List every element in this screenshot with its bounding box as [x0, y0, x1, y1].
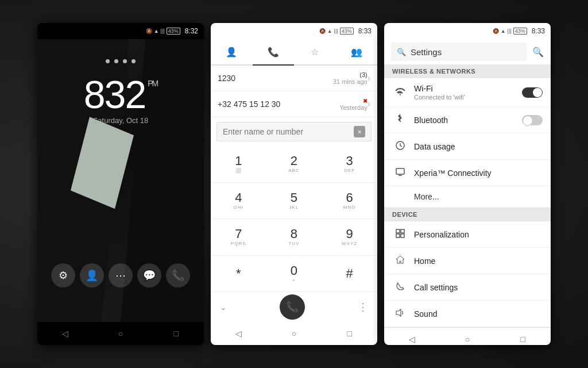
recents-button-dialer[interactable]: □	[338, 325, 361, 342]
home-button-settings[interactable]: ○	[456, 331, 479, 346]
wifi-toggle-on[interactable]	[522, 87, 543, 98]
key-4-main: 4	[235, 191, 242, 204]
key-8[interactable]: 8 TUV	[266, 219, 322, 256]
wifi-toggle[interactable]	[522, 87, 543, 98]
xperia-text: Xperia™ Connectivity	[414, 168, 543, 178]
section-device: DEVICE	[384, 208, 551, 221]
key-2-main: 2	[291, 155, 297, 167]
settings-search-bar[interactable]: 🔍 Settings	[391, 43, 527, 61]
dialer-input-row: ✕	[216, 122, 372, 141]
recents-button-lock[interactable]: □	[165, 325, 188, 342]
dialer-clear-button[interactable]: ✕	[354, 126, 365, 137]
key-6[interactable]: 6 MNO	[322, 183, 377, 220]
svg-rect-4	[396, 234, 400, 237]
keypad: 1 ⬜ 2 ABC 3 DEF 4 GHI 5 JKL 6 MNO	[211, 146, 377, 292]
recents-button-settings[interactable]: □	[512, 331, 535, 346]
nav-bar-lock: ◁ ○ □	[37, 322, 204, 345]
svg-rect-2	[396, 229, 400, 233]
contacts-shortcut[interactable]: 👤	[80, 263, 104, 288]
bluetooth-toggle-off[interactable]	[522, 115, 543, 125]
mute-icon-s: 🔕	[493, 28, 499, 34]
settings-data-usage[interactable]: Data usage	[384, 133, 551, 160]
phone-lockscreen: 🔕 ▲ ||| 43% 8:32 832 PM Saturday, Oct 18	[37, 23, 204, 345]
call-button[interactable]: 📞	[280, 294, 305, 320]
key-star-main: *	[236, 267, 241, 280]
key-7[interactable]: 7 PQRS	[211, 219, 266, 256]
expand-icon[interactable]: ⌄	[220, 302, 227, 312]
tab-contacts[interactable]: 👤	[211, 39, 253, 64]
home-button-dialer[interactable]: ○	[283, 325, 305, 342]
key-2-sub: ABC	[288, 168, 299, 173]
nav-bar-dialer: ◁ ○ □	[211, 322, 377, 345]
phone-settings: 🔕 ▲ ||| 43% 8:33 🔍 Settings 🔍 WIRELESS &…	[384, 23, 551, 345]
search-button-settings[interactable]: 🔍	[532, 47, 544, 57]
tab-phone[interactable]: 📞	[253, 39, 295, 64]
key-5[interactable]: 5 JKL	[266, 183, 322, 220]
bluetooth-toggle[interactable]	[522, 115, 543, 125]
lockscreen-body: 832 PM Saturday, Oct 18 ⚙ 👤 ⋯ 💬 📞	[37, 39, 204, 322]
apps-shortcut[interactable]: ⋯	[109, 263, 133, 288]
key-8-sub: TUV	[288, 241, 299, 246]
more-options-button[interactable]: ⋮	[358, 301, 368, 313]
home-icon-item	[392, 255, 408, 267]
settings-sound[interactable]: Sound	[384, 301, 551, 327]
call-chevron-1: ›	[368, 73, 370, 83]
settings-bluetooth[interactable]: Bluetooth	[384, 107, 551, 133]
dot-4	[131, 59, 136, 63]
key-2[interactable]: 2 ABC	[266, 146, 322, 183]
nav-bar-settings: ◁ ○ □	[384, 327, 551, 345]
key-0[interactable]: 0 +	[266, 256, 322, 293]
settings-personalization[interactable]: Personalization	[384, 221, 551, 248]
settings-shortcut[interactable]: ⚙	[51, 263, 75, 288]
wifi-icon-d: ▲	[327, 28, 332, 34]
key-hash-main: #	[346, 267, 353, 280]
settings-wifi[interactable]: Wi-Fi Connected to 'wifi'	[384, 78, 551, 107]
battery-icon: 43%	[167, 28, 180, 34]
phone-shortcut[interactable]: 📞	[166, 263, 190, 288]
tab-add-contact[interactable]: 👥	[336, 39, 378, 64]
status-bar-lock: 🔕 ▲ ||| 43% 8:32	[37, 23, 204, 39]
back-button-lock[interactable]: ◁	[53, 325, 76, 342]
wifi-icon-item	[392, 87, 408, 98]
settings-home[interactable]: Home	[384, 248, 551, 274]
status-icons-settings: 🔕 ▲ ||| 43%	[493, 28, 527, 34]
dialer-input-field[interactable]	[223, 127, 354, 136]
key-3[interactable]: 3 DEF	[322, 146, 377, 183]
svg-rect-1	[396, 168, 404, 174]
chat-shortcut[interactable]: 💬	[137, 263, 161, 288]
key-1-sub: ⬜	[235, 168, 242, 173]
lock-date: Saturday, Oct 18	[93, 116, 149, 125]
battery-icon-s: 43%	[513, 28, 527, 34]
key-5-main: 5	[291, 191, 297, 204]
settings-more-wireless[interactable]: More...	[384, 186, 551, 208]
lock-time-ampm: PM	[148, 79, 157, 87]
call-item-1[interactable]: 1230 (3) 31 mins ago ›	[211, 66, 377, 91]
mute-icon-d: 🔕	[319, 28, 326, 34]
key-hash[interactable]: #	[322, 256, 377, 293]
dot-3	[123, 59, 127, 63]
key-9-main: 9	[346, 228, 353, 240]
key-3-main: 3	[346, 155, 353, 167]
key-0-main: 0	[291, 264, 297, 277]
home-button-lock[interactable]: ○	[109, 325, 132, 342]
key-1[interactable]: 1 ⬜	[211, 146, 266, 183]
back-button-settings[interactable]: ◁	[400, 331, 423, 346]
key-7-sub: PQRS	[231, 241, 246, 246]
settings-call[interactable]: Call settings	[384, 274, 551, 301]
call-item-2-info: +32 475 15 12 30	[218, 99, 339, 109]
call-item-2[interactable]: +32 475 15 12 30 ✖ Yesterday ›	[211, 91, 377, 117]
key-9[interactable]: 9 WXYZ	[322, 219, 377, 256]
home-text: Home	[414, 256, 543, 266]
key-5-sub: JKL	[289, 205, 299, 210]
tab-favorites[interactable]: ☆	[294, 39, 336, 64]
key-star[interactable]: *	[211, 256, 266, 293]
key-7-main: 7	[235, 228, 242, 240]
key-4[interactable]: 4 GHI	[211, 183, 266, 220]
settings-body: 🔍 Settings 🔍 WIRELESS & NETWORKS Wi-Fi C…	[384, 39, 551, 327]
back-button-dialer[interactable]: ◁	[227, 325, 250, 342]
settings-xperia[interactable]: Xperia™ Connectivity	[384, 160, 551, 186]
dialer-body: 👤 📞 ☆ 👥 1230 (3) 31 mins ago › +32 475 1…	[211, 39, 377, 322]
call-meta-1: (3) 31 mins ago	[333, 71, 368, 85]
status-bar-settings: 🔕 ▲ ||| 43% 8:33	[384, 23, 551, 39]
status-bar-dialer: 🔕 ▲ ||| 43% 8:33	[211, 23, 377, 39]
